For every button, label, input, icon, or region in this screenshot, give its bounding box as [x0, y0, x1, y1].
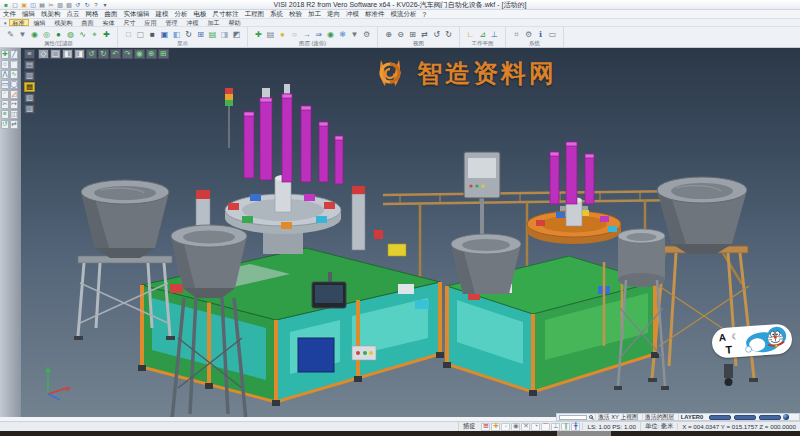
polyline-icon[interactable]: ⋀: [1, 70, 9, 79]
snap-point-icon[interactable]: ✚: [491, 423, 500, 431]
snap-parallel-icon[interactable]: ∥: [561, 423, 570, 431]
offset-icon[interactable]: ≡: [1, 110, 9, 119]
render-sphere-icon[interactable]: [783, 414, 789, 420]
move-to-layer-icon[interactable]: →: [301, 29, 312, 40]
quick-layer-button[interactable]: [734, 415, 756, 420]
shaded-display-icon[interactable]: ■: [147, 29, 158, 40]
menu-mesh[interactable]: 网格: [83, 10, 102, 19]
zoom-out-icon[interactable]: ⊖: [395, 29, 406, 40]
menu-wireframe[interactable]: 线架构: [38, 10, 64, 19]
refit-view-icon[interactable]: ⊕: [146, 49, 157, 59]
shaded-edges-icon[interactable]: ▣: [159, 29, 170, 40]
open-file-icon[interactable]: ▣: [20, 1, 28, 9]
printer-icon[interactable]: ▭: [547, 29, 558, 40]
workplane-align-icon[interactable]: ⊿: [477, 29, 488, 40]
freeze-layer-icon[interactable]: ✱: [337, 29, 348, 40]
active-workplane-icon[interactable]: ▦: [24, 82, 35, 92]
section-plane-icon[interactable]: ▥: [24, 71, 35, 81]
rotate-y-view-icon[interactable]: ↻: [98, 49, 109, 59]
search-icon[interactable]: [589, 415, 593, 419]
iso-view-icon[interactable]: ◇: [38, 49, 49, 59]
copy-to-layer-icon[interactable]: ⇒: [313, 29, 324, 40]
attribute-pen-icon[interactable]: ✎: [5, 29, 16, 40]
snap-tangent-icon[interactable]: ⌒: [541, 423, 550, 431]
chamfer-icon[interactable]: ◿: [10, 90, 18, 99]
arc-icon[interactable]: ⌒: [10, 60, 18, 69]
tab-solid[interactable]: 实体: [99, 19, 119, 26]
dynamic-rotate-icon[interactable]: ↻: [183, 29, 194, 40]
layer-settings-icon[interactable]: ⚙: [361, 29, 372, 40]
point-icon[interactable]: ✚: [1, 50, 9, 59]
tab-help[interactable]: 帮助: [225, 19, 245, 26]
workplane-create-icon[interactable]: ∟: [465, 29, 476, 40]
new-file-icon[interactable]: ▢: [11, 1, 19, 9]
pan-icon[interactable]: ⇄: [419, 29, 430, 40]
workplane-reset-icon[interactable]: ⊥: [489, 29, 500, 40]
menu-solid-edit[interactable]: 实体编辑: [121, 10, 153, 19]
button-panel[interactable]: [352, 346, 376, 360]
filter-all-icon[interactable]: ✚: [101, 29, 112, 40]
snap-quadrant-icon[interactable]: ◔: [531, 423, 540, 431]
redo-icon[interactable]: ↻: [83, 1, 91, 9]
info-icon[interactable]: ℹ: [535, 29, 546, 40]
hidden-line-icon[interactable]: ▢: [135, 29, 146, 40]
wireframe-display-icon[interactable]: □: [123, 29, 134, 40]
rotate-x-view-icon[interactable]: ↺: [86, 49, 97, 59]
spin-left-view-icon[interactable]: ↶: [110, 49, 121, 59]
menu-edit[interactable]: 编辑: [19, 10, 38, 19]
snap-intersection-icon[interactable]: ✕: [521, 423, 530, 431]
settings-icon[interactable]: ⚙: [523, 29, 534, 40]
menu-standard-parts[interactable]: 标准件: [362, 10, 388, 19]
zoom-extents-icon[interactable]: ⊞: [195, 29, 206, 40]
calculator-icon[interactable]: ⌗: [511, 29, 522, 40]
menu-dimension[interactable]: 尺寸标注: [210, 10, 242, 19]
top-view-icon[interactable]: ◧: [62, 49, 73, 59]
help-icon[interactable]: ?: [92, 1, 100, 9]
side-view-icon[interactable]: ◨: [74, 49, 85, 59]
save-icon[interactable]: ◫: [29, 1, 37, 9]
trim-icon[interactable]: ✂: [1, 100, 9, 109]
filter-solids-icon[interactable]: ◍: [65, 29, 76, 40]
menu-surface[interactable]: 曲面: [102, 10, 121, 19]
taskbar-active-segment[interactable]: [557, 431, 611, 436]
filter-icon[interactable]: ▼: [17, 29, 28, 40]
circle-icon[interactable]: ○: [1, 60, 9, 69]
section-display-icon[interactable]: ◩: [231, 29, 242, 40]
snap-ortho-icon[interactable]: ╋: [571, 423, 580, 431]
filter-points-icon[interactable]: ⌖: [89, 29, 100, 40]
curve-icon[interactable]: ∿: [10, 70, 18, 79]
tab-die[interactable]: 冲模: [183, 19, 203, 26]
tab-standard[interactable]: 标准: [9, 19, 29, 26]
electrical-cabinet[interactable]: [298, 338, 334, 372]
line-icon[interactable]: ╱: [10, 50, 18, 59]
selection-list-icon[interactable]: ≡: [24, 49, 35, 59]
transparent-display-icon[interactable]: ◧: [171, 29, 182, 40]
snap-perpendicular-icon[interactable]: ⊥: [551, 423, 560, 431]
menu-modeling[interactable]: 建模: [153, 10, 172, 19]
extend-icon[interactable]: ↦: [10, 100, 18, 109]
grid-plane-icon[interactable]: ▧: [24, 93, 35, 103]
layer-off-icon[interactable]: ○: [289, 29, 300, 40]
profile-plane-icon[interactable]: ▤: [24, 60, 35, 70]
snap-grid-icon[interactable]: ⊞: [481, 423, 490, 431]
3d-viewport[interactable]: ✚╱○⌒⋀∿▭◯◜◿✂↦≡◫↺⇄ ≡▤▥▦▧▨ ◇▢◧◨↺↻↶↷◉⊕⊞ 智造资料…: [0, 48, 800, 417]
tab-manage[interactable]: 管理: [162, 19, 182, 26]
tab-dimension[interactable]: 尺寸: [120, 19, 140, 26]
menu-verify[interactable]: 校验: [286, 10, 305, 19]
pneumatic-cylinders[interactable]: [244, 84, 343, 184]
active-layer-value[interactable]: LAYER0: [678, 414, 705, 420]
front-view-icon[interactable]: ▢: [50, 49, 61, 59]
search-input[interactable]: [559, 415, 587, 420]
layer-filter-icon[interactable]: ▼: [349, 29, 360, 40]
snap-mid-icon[interactable]: ◦: [501, 423, 510, 431]
menu-file[interactable]: 文件: [0, 10, 19, 19]
layer-list-icon[interactable]: ▤: [265, 29, 276, 40]
layer-visibility-icon[interactable]: ▤: [207, 29, 218, 40]
menu-die[interactable]: 冲模: [343, 10, 362, 19]
menu-reverse[interactable]: 逆向: [324, 10, 343, 19]
move-icon[interactable]: ⇄: [10, 120, 18, 129]
cut-icon[interactable]: ✂: [47, 1, 55, 9]
tab-machining[interactable]: 加工: [204, 19, 224, 26]
paste-icon[interactable]: ▧: [65, 1, 73, 9]
previous-view-icon[interactable]: ↺: [431, 29, 442, 40]
